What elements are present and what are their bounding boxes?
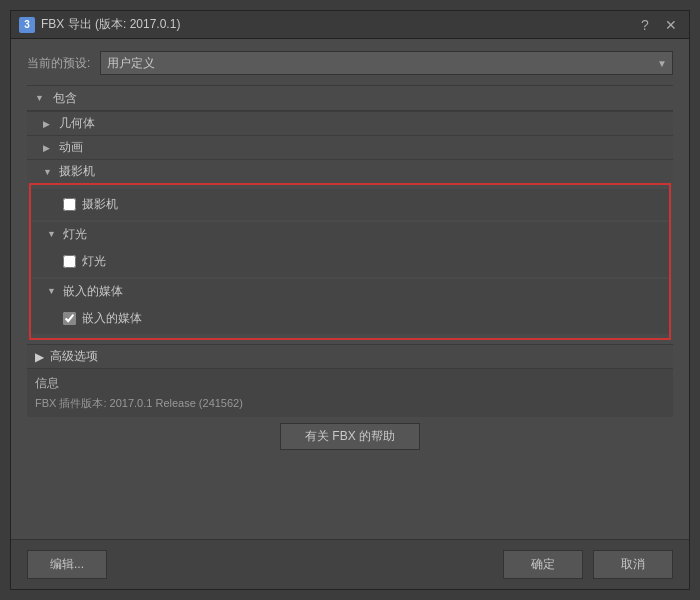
- preset-row: 当前的预设: 用户定义 ▼: [27, 51, 673, 75]
- info-section: 信息 FBX 插件版本: 2017.0.1 Release (241562): [27, 368, 673, 417]
- embedded-content: 嵌入的媒体: [31, 303, 669, 334]
- edit-button[interactable]: 编辑...: [27, 550, 107, 579]
- light-checkbox-row: 灯光: [63, 250, 669, 273]
- advanced-label: 高级选项: [50, 348, 98, 365]
- light-checkbox[interactable]: [63, 255, 76, 268]
- embedded-checkbox[interactable]: [63, 312, 76, 325]
- cancel-button[interactable]: 取消: [593, 550, 673, 579]
- camera-checkbox[interactable]: [63, 198, 76, 211]
- camera-checkbox-row: 摄影机: [63, 193, 669, 216]
- subsection-geometry: ▶ 几何体: [27, 111, 673, 135]
- preset-select-wrap: 用户定义 ▼: [100, 51, 673, 75]
- animation-header[interactable]: ▶ 动画: [27, 135, 673, 159]
- info-title: 信息: [35, 375, 665, 392]
- main-content: 当前的预设: 用户定义 ▼ ▼ 包含 ▶ 几何体: [11, 39, 689, 539]
- subsection-animation: ▶ 动画: [27, 135, 673, 159]
- embedded-header[interactable]: ▼ 嵌入的媒体: [31, 279, 669, 303]
- ok-button[interactable]: 确定: [503, 550, 583, 579]
- footer-right-buttons: 确定 取消: [503, 550, 673, 579]
- include-label: 包含: [53, 90, 77, 107]
- arrow-advanced: ▶: [35, 350, 44, 364]
- camera-header[interactable]: ▼ 摄影机: [27, 159, 673, 183]
- footer: 编辑... 确定 取消: [11, 539, 689, 589]
- light-content: 灯光: [31, 246, 669, 277]
- camera-content: 摄影机: [31, 189, 669, 220]
- subsection-embedded: ▼ 嵌入的媒体 嵌入的媒体: [31, 279, 669, 334]
- titlebar-buttons: ? ✕: [635, 17, 681, 33]
- include-section-header[interactable]: ▼ 包含: [27, 86, 673, 110]
- info-version: FBX 插件版本: 2017.0.1 Release (241562): [35, 396, 665, 411]
- embedded-section-label: 嵌入的媒体: [63, 283, 123, 300]
- camera-label: 摄影机: [59, 163, 95, 180]
- preset-select[interactable]: 用户定义: [100, 51, 673, 75]
- app-icon: 3: [19, 17, 35, 33]
- geometry-header[interactable]: ▶ 几何体: [27, 111, 673, 135]
- geometry-label: 几何体: [59, 115, 95, 132]
- arrow-light: ▼: [47, 229, 57, 239]
- window-title: FBX 导出 (版本: 2017.0.1): [41, 16, 635, 33]
- main-window: 3 FBX 导出 (版本: 2017.0.1) ? ✕ 当前的预设: 用户定义 …: [10, 10, 690, 590]
- embedded-checkbox-row: 嵌入的媒体: [63, 307, 669, 330]
- subsection-light: ▼ 灯光 灯光: [31, 222, 669, 277]
- embedded-checkbox-label: 嵌入的媒体: [82, 310, 142, 327]
- titlebar: 3 FBX 导出 (版本: 2017.0.1) ? ✕: [11, 11, 689, 39]
- collapse-arrow-include: ▼: [35, 93, 47, 103]
- subsection-camera: ▼ 摄影机 摄影机 ▼ 灯光: [27, 159, 673, 340]
- close-button[interactable]: ✕: [661, 17, 681, 33]
- arrow-camera: ▼: [43, 167, 53, 177]
- arrow-geometry: ▶: [43, 119, 53, 129]
- sections-list: ▼ 包含 ▶ 几何体 ▶ 动画 ▼: [27, 85, 673, 527]
- help-button[interactable]: 有关 FBX 的帮助: [280, 423, 420, 450]
- arrow-embedded: ▼: [47, 286, 57, 296]
- light-section-label: 灯光: [63, 226, 87, 243]
- camera-checkbox-label: 摄影机: [82, 196, 118, 213]
- help-icon-btn[interactable]: ?: [635, 17, 655, 33]
- advanced-section-header[interactable]: ▶ 高级选项: [27, 344, 673, 368]
- animation-label: 动画: [59, 139, 83, 156]
- arrow-animation: ▶: [43, 143, 53, 153]
- preset-label: 当前的预设:: [27, 55, 90, 72]
- light-header[interactable]: ▼ 灯光: [31, 222, 669, 246]
- help-btn-wrap: 有关 FBX 的帮助: [27, 423, 673, 450]
- light-checkbox-label: 灯光: [82, 253, 106, 270]
